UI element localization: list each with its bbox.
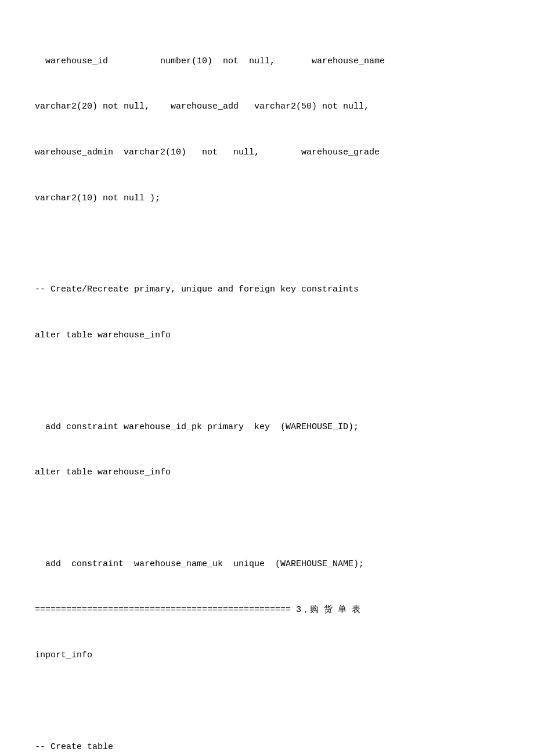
line-warehouse-id: warehouse_id number(10) not null, wareho… — [35, 54, 499, 69]
sql-code-block: warehouse_id number(10) not null, wareho… — [35, 23, 499, 756]
line-add-constraint-name: add constraint warehouse_name_uk unique … — [35, 557, 499, 572]
line-varchar-grade: varchar2(10) not null ); — [35, 191, 499, 206]
line-varchar-add: varchar2(20) not null, warehouse_add var… — [35, 99, 499, 114]
line-empty-3 — [35, 511, 499, 526]
line-warehouse-admin: warehouse_admin varchar2(10) not null, w… — [35, 145, 499, 160]
line-empty-4 — [35, 694, 499, 709]
line-empty-1 — [35, 237, 499, 252]
line-alter-warehouse: alter table warehouse_info — [35, 328, 499, 343]
line-inport-info-header: inport_info — [35, 648, 499, 663]
line-empty-2 — [35, 374, 499, 389]
line-comment-create: -- Create table — [35, 740, 499, 755]
line-alter-warehouse-2: alter table warehouse_info — [35, 465, 499, 480]
line-comment-1: -- Create/Recreate primary, unique and f… — [35, 282, 499, 297]
line-divider: ========================================… — [35, 603, 499, 618]
line-add-constraint-id: add constraint warehouse_id_pk primary k… — [35, 420, 499, 435]
